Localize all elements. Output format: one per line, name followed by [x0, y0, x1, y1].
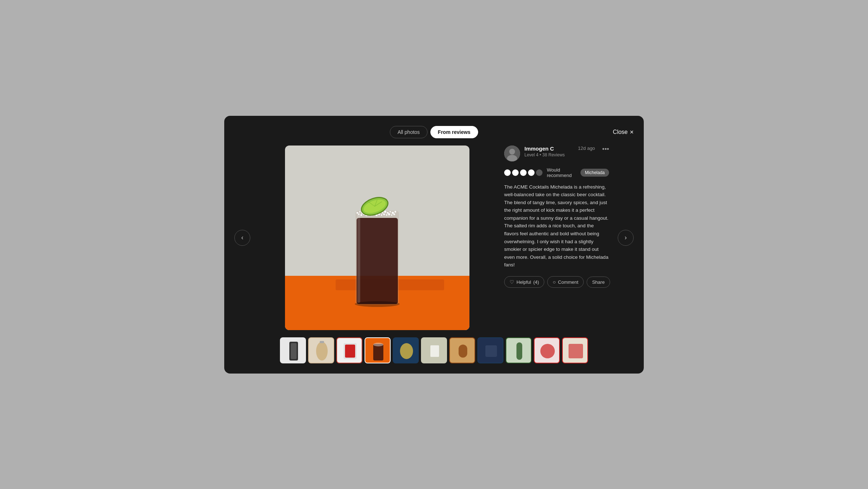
tab-all-photos[interactable]: All photos: [390, 126, 427, 138]
svg-rect-67: [485, 345, 497, 357]
reviewer-time: 12d ago: [578, 146, 595, 151]
star-5: [536, 169, 542, 176]
svg-point-32: [381, 214, 382, 216]
avatar: [504, 146, 520, 161]
reviewer-meta: Level 4 • 38 Reviews: [524, 152, 574, 157]
thumbnail-7[interactable]: [449, 337, 475, 363]
thumbnail-9[interactable]: [506, 337, 532, 363]
svg-point-36: [391, 214, 392, 216]
svg-rect-69: [516, 342, 522, 360]
svg-point-22: [395, 211, 396, 212]
thumbnail-5[interactable]: [393, 337, 419, 363]
recommend-text: Would recommend: [547, 167, 576, 178]
svg-point-37: [393, 213, 395, 215]
heart-icon: ♡: [510, 279, 514, 285]
review-panel: Immogen C Level 4 • 38 Reviews 12d ago •…: [504, 146, 609, 288]
star-rating: [504, 169, 542, 176]
svg-point-17: [382, 212, 383, 214]
next-icon: ›: [625, 234, 627, 241]
svg-rect-56: [345, 345, 355, 358]
helpful-label: Helpful: [516, 279, 531, 285]
svg-rect-63: [430, 345, 439, 357]
reviewer-name: Immogen C: [524, 146, 574, 152]
comment-icon: ○: [553, 279, 556, 285]
rating-row: Would recommend Michelada: [504, 167, 609, 178]
svg-point-19: [387, 212, 389, 214]
star-1: [504, 169, 511, 176]
product-tag: Michelada: [580, 169, 609, 177]
reviewer-review-count: 38 Reviews: [542, 152, 565, 157]
svg-point-44: [355, 301, 400, 307]
svg-point-35: [388, 213, 390, 215]
action-row: ♡ Helpful (4) ○ Comment Share: [504, 276, 609, 288]
helpful-button[interactable]: ♡ Helpful (4): [504, 276, 544, 288]
cocktail-illustration: [285, 146, 469, 330]
content-area: ‹: [234, 146, 634, 330]
svg-point-8: [359, 211, 361, 212]
close-label: Close: [613, 129, 628, 135]
prev-button[interactable]: ‹: [234, 230, 250, 246]
close-button[interactable]: Close ×: [613, 128, 634, 136]
thumbnail-3[interactable]: [336, 337, 362, 363]
photo-tabs: All photos From reviews: [390, 126, 478, 138]
svg-point-7: [357, 212, 358, 214]
thumbnail-4[interactable]: [365, 337, 391, 363]
star-2: [512, 169, 519, 176]
svg-point-18: [384, 211, 386, 213]
svg-point-21: [392, 212, 394, 214]
svg-point-52: [316, 342, 328, 361]
svg-point-61: [400, 343, 413, 359]
comment-label: Comment: [558, 279, 578, 285]
reviewer-header: Immogen C Level 4 • 38 Reviews 12d ago •…: [504, 146, 609, 161]
reviewer-level: Level 4: [524, 152, 539, 157]
svg-point-20: [390, 211, 391, 212]
thumbnail-2[interactable]: [308, 337, 334, 363]
comment-button[interactable]: ○ Comment: [547, 276, 584, 288]
close-icon: ×: [630, 128, 634, 136]
more-options-icon[interactable]: •••: [602, 146, 609, 153]
thumbnail-11[interactable]: [562, 337, 588, 363]
thumbnail-6[interactable]: [421, 337, 447, 363]
svg-point-23: [358, 214, 359, 215]
star-3: [520, 169, 527, 176]
svg-rect-5: [357, 212, 360, 303]
prev-icon: ‹: [241, 234, 243, 241]
thumbnails-strip: [234, 337, 634, 363]
svg-rect-50: [291, 343, 297, 359]
star-4: [528, 169, 535, 176]
main-image-container: [259, 146, 495, 330]
svg-rect-65: [459, 345, 467, 358]
svg-point-34: [386, 214, 387, 216]
main-image: [285, 146, 469, 330]
svg-rect-73: [569, 344, 583, 358]
share-button[interactable]: Share: [587, 277, 610, 288]
svg-rect-4: [357, 218, 398, 304]
share-label: Share: [592, 279, 605, 285]
photo-review-modal: All photos From reviews Close × ‹: [224, 116, 644, 374]
tab-from-reviews[interactable]: From reviews: [430, 126, 478, 138]
svg-point-33: [383, 213, 385, 215]
svg-point-24: [361, 214, 362, 216]
helpful-count: (4): [533, 279, 539, 285]
svg-point-46: [509, 149, 515, 155]
thumbnail-8[interactable]: [477, 337, 503, 363]
reviewer-info: Immogen C Level 4 • 38 Reviews: [524, 146, 574, 157]
svg-point-59: [373, 343, 383, 346]
next-button[interactable]: ›: [618, 230, 634, 246]
thumbnail-10[interactable]: [534, 337, 560, 363]
svg-point-71: [540, 344, 555, 358]
modal-header: All photos From reviews Close ×: [234, 126, 634, 138]
svg-rect-53: [320, 341, 324, 343]
thumbnail-1[interactable]: [280, 337, 306, 363]
review-body: The ACME Cocktails Michelada is a refres…: [504, 183, 609, 269]
